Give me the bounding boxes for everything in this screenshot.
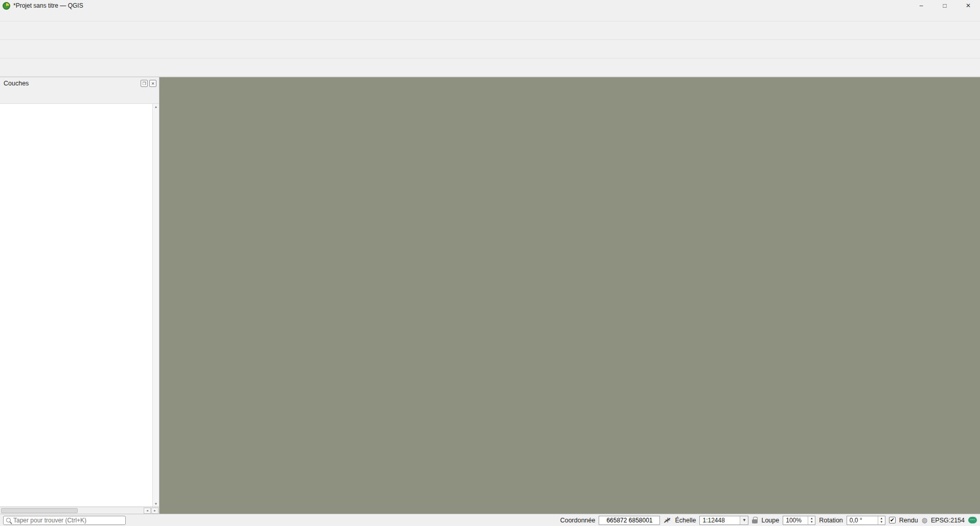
scale-combo[interactable]: 1:12448 ▼ [699, 516, 748, 525]
layers-tree: ▲▼ [0, 104, 159, 507]
layers-panel-title: Couches [4, 80, 29, 87]
map-canvas[interactable] [159, 77, 980, 514]
mouse-position-icon[interactable]: ✛ [664, 516, 671, 524]
toolbar-row-1 [0, 21, 980, 40]
scrollbar-thumb[interactable] [1, 508, 78, 513]
maximize-button[interactable]: □ [933, 0, 956, 11]
toolbar-row-3 [0, 58, 980, 77]
coordinate-box[interactable] [599, 516, 660, 525]
close-button[interactable]: ✕ [956, 0, 980, 11]
rotation-value: 0,0 ° [850, 517, 862, 524]
menu-bar [0, 11, 980, 21]
render-checkbox[interactable]: ✔ [889, 517, 896, 523]
panel-horizontal-scrollbar[interactable]: ◂ ▸ [0, 507, 159, 514]
coordinate-label: Coordonnée [560, 517, 596, 524]
panel-float-icon[interactable]: ❐ [141, 80, 148, 87]
minimize-button[interactable]: – [909, 0, 933, 11]
scale-label: Échelle [675, 517, 696, 524]
spinner-arrows-icon[interactable]: ▲▼ [808, 516, 815, 524]
crs-globe-icon: ◍ [922, 516, 927, 524]
rotation-label: Rotation [819, 517, 843, 524]
panel-close-icon[interactable]: ✕ [149, 80, 156, 87]
title-bar: *Projet sans titre — QGIS – □ ✕ [0, 0, 980, 11]
scroll-right-icon[interactable]: ▸ [151, 508, 158, 514]
spinner-arrows-icon[interactable]: ▲▼ [878, 516, 885, 524]
chevron-down-icon[interactable]: ▼ [740, 516, 748, 524]
search-input[interactable] [13, 517, 123, 524]
crs-value[interactable]: EPSG:2154 [931, 517, 965, 524]
render-label: Rendu [899, 517, 918, 524]
toolbar-row-2 [0, 40, 980, 58]
magnifier-label: Loupe [761, 517, 779, 524]
magnifier-spinner[interactable]: 100% ▲▼ [783, 516, 815, 525]
qgis-logo-icon [3, 2, 10, 10]
magnifier-value: 100% [786, 517, 802, 524]
rotation-spinner[interactable]: 0,0 ° ▲▼ [847, 516, 885, 525]
layers-panel-toolbar [0, 90, 159, 104]
search-icon [6, 518, 11, 522]
locator-search[interactable] [3, 516, 126, 525]
scale-lock-icon[interactable] [752, 519, 758, 523]
scale-value: 1:12448 [702, 517, 724, 524]
messages-icon[interactable] [968, 517, 977, 523]
coordinate-input[interactable] [599, 517, 659, 524]
panel-vertical-scrollbar[interactable]: ▲▼ [152, 104, 159, 507]
layers-panel: Couches ❐ ✕ ▲▼ ◂ ▸ [0, 77, 159, 514]
window-title: *Projet sans titre — QGIS [13, 2, 83, 9]
status-bar: Coordonnée ✛ Échelle 1:12448 ▼ Loupe 100… [0, 514, 980, 526]
scroll-left-icon[interactable]: ◂ [144, 508, 151, 514]
